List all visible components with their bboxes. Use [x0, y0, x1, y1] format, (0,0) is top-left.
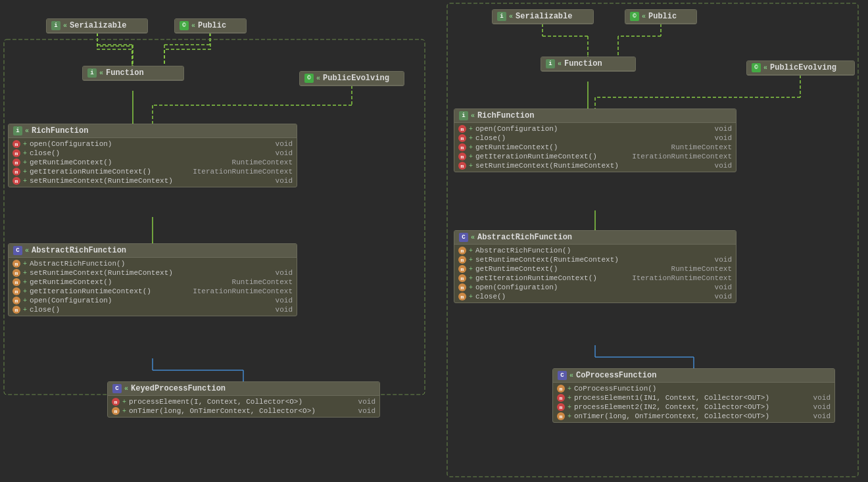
return-type: void — [276, 306, 293, 314]
vis-icon: + — [469, 247, 473, 254]
method-name: getIterationRuntimeContext() — [475, 274, 597, 282]
method-name: processElement2(IN2, Context, Collector<… — [574, 403, 769, 411]
method-icon: m — [458, 265, 466, 273]
richfunction-left-box: i « RichFunction m + open(Configuration)… — [8, 124, 297, 187]
table-row: m + AbstractRichFunction() — [9, 259, 297, 268]
method-name: getIterationRuntimeContext() — [30, 168, 151, 176]
public-right-box: © « Public — [625, 9, 697, 24]
return-type: RuntimeContext — [671, 265, 732, 273]
method-name: open(Configuration) — [475, 125, 558, 133]
vis-icon: + — [469, 266, 473, 273]
function-right-vis: « — [558, 60, 562, 68]
richfunction-right-box: i « RichFunction m + open(Configuration)… — [454, 108, 736, 172]
table-row: m + processElement1(IN1, Context, Collec… — [553, 393, 834, 402]
return-type: void — [358, 398, 375, 406]
serializable-left-header: i « Serializable — [47, 19, 147, 33]
method-name: processElement(I, Context, Collector<O>) — [129, 398, 302, 406]
method-icon: m — [12, 306, 20, 314]
method-name: getRuntimeContext() — [475, 265, 558, 273]
return-type: RuntimeContext — [232, 158, 293, 166]
vis-icon: + — [567, 385, 571, 393]
method-name: close() — [475, 134, 506, 142]
public-left-box: © « Public — [174, 18, 247, 34]
return-type: void — [276, 149, 293, 157]
return-type: void — [715, 256, 732, 264]
vis-icon: + — [567, 404, 571, 411]
coprocessfunction-label: CoProcessFunction — [576, 371, 656, 380]
table-row: m + getRuntimeContext() RuntimeContext — [454, 264, 736, 274]
richfunction-right-header: i « RichFunction — [454, 109, 736, 123]
serializable-right-badge: i — [497, 12, 506, 21]
keyedprocessfunction-box: C « KeyedProcessFunction m + processElem… — [107, 381, 380, 418]
abstractrichfunction-left-box: C « AbstractRichFunction m + AbstractRic… — [8, 243, 297, 316]
serializable-left-vis: « — [63, 22, 67, 30]
table-row: m + open(Configuration) void — [9, 296, 297, 305]
table-row: m + processElement2(IN2, Context, Collec… — [553, 402, 834, 412]
vis-icon: + — [469, 256, 473, 264]
table-row: m + close() void — [454, 292, 736, 301]
abstractrichfunction-right-vis: « — [471, 234, 475, 241]
abstractrichfunction-left-vis: « — [25, 247, 29, 254]
return-type: void — [276, 177, 293, 185]
abstractrichfunction-left-header: C « AbstractRichFunction — [9, 244, 297, 258]
table-row: m + processElement(I, Context, Collector… — [108, 397, 379, 406]
abstractrichfunction-right-badge: C — [459, 233, 468, 242]
function-right-label: Function — [564, 59, 602, 68]
method-icon: m — [12, 260, 20, 268]
return-type: IterationRuntimeContext — [193, 168, 293, 176]
method-name: AbstractRichFunction() — [30, 260, 125, 268]
method-icon: m — [12, 177, 20, 185]
method-icon: m — [12, 168, 20, 176]
return-type: void — [715, 134, 732, 142]
publicevolving-left-label: PublicEvolving — [323, 74, 389, 83]
table-row: m + open(Configuration) void — [454, 124, 736, 133]
coprocessfunction-vis: « — [569, 372, 573, 379]
method-icon: m — [458, 247, 466, 254]
method-name: AbstractRichFunction() — [475, 247, 571, 254]
abstractrichfunction-right-box: C « AbstractRichFunction m + AbstractRic… — [454, 230, 736, 303]
table-row: m + AbstractRichFunction() — [454, 246, 736, 255]
vis-icon: + — [567, 395, 571, 402]
publicevolving-left-box: © « PublicEvolving — [299, 71, 404, 86]
serializable-left-badge: i — [51, 21, 60, 30]
richfunction-left-header: i « RichFunction — [9, 124, 297, 138]
method-icon: m — [12, 140, 20, 148]
method-name: setRuntimeContext(RuntimeContext) — [30, 269, 173, 277]
coprocessfunction-badge: C — [558, 371, 567, 380]
serializable-right-box: i « Serializable — [492, 9, 594, 24]
method-icon: m — [557, 394, 565, 402]
return-type: void — [715, 283, 732, 291]
serializable-right-header: i « Serializable — [493, 10, 593, 24]
method-icon: m — [557, 385, 565, 393]
method-icon: m — [112, 407, 120, 415]
vis-icon: + — [23, 150, 27, 157]
coprocessfunction-body: m + CoProcessFunction() m + processEleme… — [553, 383, 834, 422]
table-row: m + getIterationRuntimeContext() Iterati… — [454, 152, 736, 161]
richfunction-left-badge: i — [13, 126, 22, 135]
table-row: m + getIterationRuntimeContext() Iterati… — [454, 274, 736, 283]
table-row: m + getIterationRuntimeContext() Iterati… — [9, 167, 297, 176]
method-name: close() — [30, 306, 60, 314]
function-right-box: i « Function — [541, 57, 636, 72]
function-left-vis: « — [99, 70, 103, 77]
public-right-badge: © — [630, 12, 639, 21]
richfunction-right-body: m + open(Configuration) void m + close()… — [454, 123, 736, 172]
vis-icon: + — [469, 135, 473, 142]
vis-icon: + — [23, 141, 27, 148]
abstractrichfunction-right-label: AbstractRichFunction — [477, 233, 572, 242]
function-left-box: i « Function — [82, 66, 184, 81]
vis-icon: + — [469, 162, 473, 170]
table-row: m + setRuntimeContext(RuntimeContext) vo… — [9, 268, 297, 277]
coprocessfunction-header: C « CoProcessFunction — [553, 369, 834, 383]
publicevolving-right-box: © « PublicEvolving — [746, 60, 855, 76]
publicevolving-right-badge: © — [752, 63, 761, 72]
method-name: getRuntimeContext() — [475, 143, 558, 151]
abstractrichfunction-left-body: m + AbstractRichFunction() m + setRuntim… — [9, 258, 297, 316]
vis-icon: + — [469, 144, 473, 151]
vis-icon: + — [23, 168, 27, 176]
table-row: m + close() void — [9, 149, 297, 158]
return-type: void — [715, 162, 732, 170]
richfunction-left-label: RichFunction — [32, 126, 88, 135]
vis-icon: + — [469, 275, 473, 282]
vis-icon: + — [23, 178, 27, 185]
